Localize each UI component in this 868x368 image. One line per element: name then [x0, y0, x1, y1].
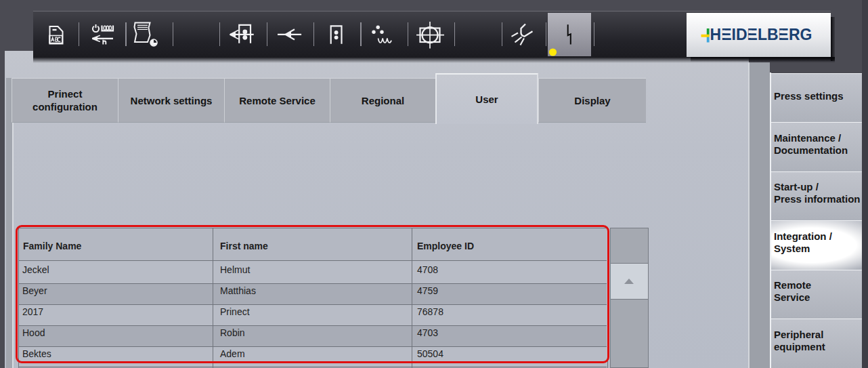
svg-text:HEIDELBERG: HEIDELBERG: [710, 26, 812, 43]
